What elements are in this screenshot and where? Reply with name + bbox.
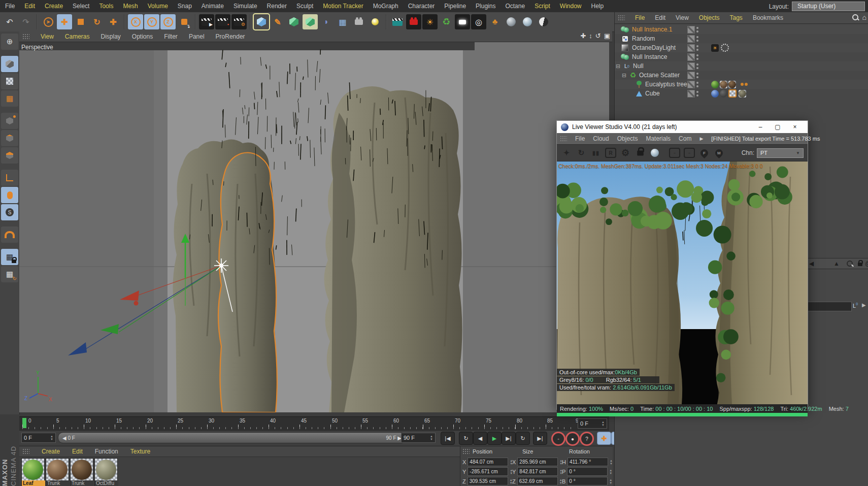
undo-button[interactable]: ↶ [2,14,17,29]
menu-motion-tracker[interactable]: Motion Tracker [323,3,363,10]
menu-help[interactable]: Help [591,3,604,10]
layer-toggle[interactable] [687,90,695,98]
film-region-icon[interactable]: ▫ [684,148,695,158]
menu-character[interactable]: Character [408,3,435,10]
region-render-icon[interactable]: ▫ [669,148,680,158]
z-axis-lock[interactable]: Z [160,14,176,29]
object-row-octanedaylight[interactable]: OctaneDayLight ☀ [615,43,868,52]
viewport-rotate-icon[interactable]: ↺ [595,32,601,40]
rotation-b-field[interactable]: 0 ° [567,477,608,485]
object-row-random[interactable]: Random [615,34,868,43]
soft-selection-button[interactable]: S [1,204,18,220]
viewport-menu-panel[interactable]: Panel [189,33,205,40]
lv-menu-file[interactable]: File [575,135,585,142]
material-thumb-trunk1[interactable]: Trunk [46,458,69,486]
octane-object-tag-icon[interactable] [740,81,749,88]
range-end-field[interactable]: 90 F▲▼ [401,433,436,443]
previous-frame-button[interactable]: ◀ [473,432,487,445]
material-menu-function[interactable]: Function [95,448,118,455]
rotate-tool[interactable]: ↻ [89,14,105,29]
lv-menu-cloud[interactable]: Cloud [593,135,609,142]
last-tool[interactable]: ✚ [106,14,121,29]
range-start-field[interactable]: 0 F▲▼ [21,433,56,443]
layer-toggle[interactable] [687,44,695,52]
workplane-lock-button[interactable]: ▦ [1,249,18,265]
layer-toggle[interactable] [687,53,695,61]
snap-button[interactable] [1,226,18,243]
material-thumb-leaf[interactable]: Leaf [21,458,45,486]
menu-tools[interactable]: Tools [99,3,113,10]
material-ball-glossy[interactable] [520,14,535,29]
lv-menu-materials[interactable]: Materials [646,135,671,142]
am-search-icon[interactable] [847,261,853,267]
planar-workplane-button[interactable]: ▦↻ [1,266,18,282]
panel-grip[interactable] [618,15,625,21]
camera-object[interactable] [351,14,366,29]
viewport-menu-view[interactable]: View [41,33,54,40]
octane-target-light-button[interactable]: ◎ [471,14,486,29]
panel-grip[interactable] [462,448,470,455]
daylight-tag-sun-icon[interactable]: ☀ [711,44,719,52]
menu-mesh[interactable]: Mesh [123,3,138,10]
layer-toggle[interactable] [687,72,695,79]
channel-select[interactable]: PT▼ [757,148,804,158]
loop-button[interactable]: ↻ [516,432,530,445]
material-picker-icon[interactable] [649,147,660,158]
viewport-camera-label[interactable]: Perspective [21,44,53,51]
object-row-null-instance[interactable]: Null Instance [615,52,868,61]
am-forward-icon[interactable]: ▲ [833,260,840,267]
object-row-null-instance-1[interactable]: Null Instance.1 [615,25,868,34]
panel-grip[interactable] [22,448,29,455]
viewport-maximize-icon[interactable]: ▣ [604,32,610,40]
visibility-dots[interactable] [696,73,699,78]
render-region-button[interactable]: ▪ [215,14,230,29]
visibility-dots[interactable] [696,36,699,42]
octane-daylight-button[interactable]: ☀ [422,14,438,29]
material-tag-leaf[interactable] [711,81,719,88]
move-tool[interactable]: ✚ [57,14,72,29]
expand-toggle-icon[interactable]: ⊟ [622,72,626,79]
viewport-menu-display[interactable]: Display [101,33,120,40]
object-name[interactable]: Eucalyptus tree [645,81,687,88]
visibility-dots[interactable] [696,45,699,51]
pause-render-icon[interactable]: ▮▮ [590,147,602,158]
menu-select[interactable]: Select [73,3,89,10]
play-button[interactable]: ▶ [487,432,502,445]
menu-simulate[interactable]: Simulate [233,3,257,10]
om-filter-expand-icon[interactable]: ▶ [862,302,866,308]
om-menu-tags[interactable]: Tags [730,14,743,21]
object-row-cube[interactable]: Cube [615,89,868,98]
viewport-menu-cameras[interactable]: Cameras [65,33,90,40]
am-history-icon[interactable]: @ [865,260,868,267]
menu-sculpt[interactable]: Sculpt [296,3,313,10]
object-row-octane-scatter[interactable]: ⊟ ♻ Octane Scatter [615,71,868,80]
enable-axis-button[interactable] [1,170,18,186]
expand-toggle-icon[interactable]: ⊟ [616,63,620,70]
texture-mode-button[interactable] [1,73,18,89]
layer-toggle[interactable] [687,26,695,34]
om-menu-objects[interactable]: Objects [699,14,720,21]
object-name[interactable]: Octane Scatter [639,72,680,79]
settings-gear-icon[interactable]: ⚙ [620,147,631,158]
layout-select[interactable]: Startup (User) [792,2,865,11]
menu-render[interactable]: Render [267,3,287,10]
render-view[interactable]: Check:0ms./2ms. MeshGen:387ms. Update:3.… [557,161,808,404]
size-y-field[interactable]: 842.817 cm [517,467,558,476]
menu-script[interactable]: Script [535,3,550,10]
om-menu-edit[interactable]: Edit [655,14,665,21]
points-mode-button[interactable] [1,113,18,129]
material-menu-edit[interactable]: Edit [72,448,83,455]
restart-render-icon[interactable]: ↻ [576,147,587,158]
material-pin-icon[interactable]: M [713,147,724,158]
phong-tag-icon[interactable] [711,90,719,98]
am-lock-icon[interactable] [858,263,862,266]
visibility-dots[interactable] [696,54,699,60]
material-tag-bark1[interactable] [720,81,727,88]
x-axis-lock[interactable]: X [128,14,143,29]
om-home-icon[interactable]: ⌂ [862,13,866,21]
object-name[interactable]: Null Instance [632,53,667,60]
object-name[interactable]: OctaneDayLight [632,44,676,51]
model-mode-button[interactable] [1,56,18,72]
lock-resolution-icon[interactable] [635,147,646,158]
floor-environment[interactable]: ▦ [335,14,350,29]
